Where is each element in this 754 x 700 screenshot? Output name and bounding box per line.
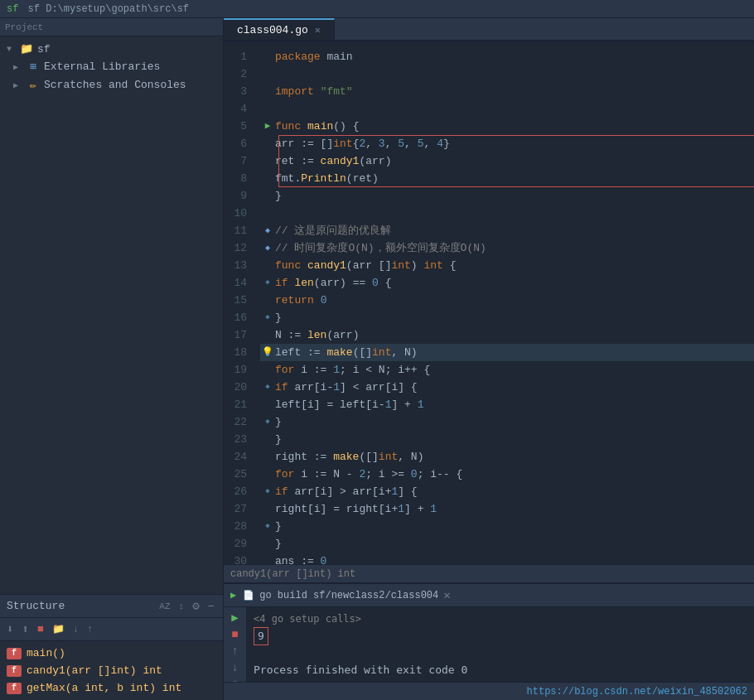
code-line-30: ans := 0 <box>260 553 754 564</box>
folder-view-btn[interactable]: 📁 <box>51 623 66 635</box>
code-line-1: package main <box>260 48 754 65</box>
project-path: sf sf D:\mysetup\gopath\src\sf <box>7 3 189 15</box>
code-line-4 <box>260 100 754 118</box>
function-icon: f <box>7 683 22 694</box>
code-line-17: N := len(arr) <box>260 326 754 344</box>
arrow-icon: ▼ <box>7 45 17 54</box>
code-line-8: fmt.Println(ret) <box>260 170 754 187</box>
close-btn[interactable]: − <box>206 600 216 613</box>
run-tab-close-btn[interactable]: ✕ <box>443 588 450 602</box>
structure-panel: Structure AZ ↕ ⚙ − ⬇ ⬆ ■ 📁 ↓ ↑ f <box>0 594 223 700</box>
structure-title: Structure <box>7 600 65 612</box>
main-layout: Project ▼ 📁 sf ▶ ⊞ External Libraries ▶ … <box>0 18 754 700</box>
sidebar-item-scratches[interactable]: ▶ ✏ Scratches and Consoles <box>0 75 223 94</box>
code-line-29: } <box>260 535 754 553</box>
code-line-2 <box>260 65 754 83</box>
run-output: <4 go setup calls> 9 Process finished wi… <box>247 607 754 682</box>
code-line-27: right[i] = right[i+1] + 1 <box>260 500 754 518</box>
code-line-10 <box>260 205 754 222</box>
code-line-21: left[i] = left[i-1] + 1 <box>260 396 754 413</box>
editor-hint-text: candy1(arr []int) int <box>230 568 355 580</box>
code-line-5: ▶ func main() { <box>260 118 754 135</box>
bottom-status: https://blog.csdn.net/weixin_48502062 <box>224 682 754 700</box>
struct-label-getmax: getMax(a int, b int) int <box>27 682 181 694</box>
struct-item-candy1[interactable]: f candy1(arr []int) int <box>0 662 223 679</box>
struct-label-candy1: candy1(arr []int) int <box>27 664 162 677</box>
code-line-24: right := make([]int, N) <box>260 448 754 466</box>
external-libraries-label: External Libraries <box>44 60 160 73</box>
run-content: ▶ ■ ↑ ↓ ⚙ <4 go setup calls> 9 Process f… <box>224 607 754 682</box>
code-line-25: for i := N - 2; i >= 0; i-- { <box>260 466 754 483</box>
line-numbers: 1 2 3 4 5 6 7 8 9 10 11 12 13 14 15 16 1… <box>224 41 254 564</box>
run-panel: ▶ 📄 go build sf/newclass2/class004 ✕ ▶ ■… <box>224 582 754 682</box>
sidebar-tree: ▼ 📁 sf ▶ ⊞ External Libraries ▶ ✏ Scratc… <box>0 36 223 594</box>
code-line-23: } <box>260 431 754 448</box>
code-line-15: return 0 <box>260 292 754 309</box>
code-line-3: import "fmt" <box>260 83 754 100</box>
arrow-icon: ▶ <box>13 62 23 72</box>
sidebar-item-sf[interactable]: ▼ 📁 sf <box>0 40 223 58</box>
expand-btn[interactable]: ↓ <box>71 624 80 635</box>
code-line-6: arr := []int{2, 3, 5, 5, 4} <box>260 135 754 152</box>
scratches-label: Scratches and Consoles <box>44 79 186 91</box>
struct-label-main: main() <box>27 647 65 659</box>
navigate-down-btn[interactable]: ⬇ <box>5 622 15 636</box>
run-output-cmd: <4 go setup calls> <box>254 611 747 627</box>
code-line-28: ◆ } <box>260 518 754 535</box>
structure-header: Structure AZ ↕ ⚙ − <box>0 595 223 618</box>
arrow-icon: ▶ <box>13 80 23 90</box>
code-line-22: ◆ } <box>260 413 754 431</box>
library-icon: ⊞ <box>26 60 41 73</box>
filter-btn[interactable]: ■ <box>36 623 46 635</box>
sidebar-root-label: sf <box>37 43 51 56</box>
sort-inherited-btn[interactable]: ↕ <box>177 601 186 611</box>
collapse-btn[interactable]: ↑ <box>85 624 94 635</box>
run-tab-label: go build sf/newclass2/class004 <box>259 590 438 601</box>
run-tab-file-icon: 📄 <box>243 590 254 601</box>
editor-tab-class004[interactable]: class004.go ✕ <box>224 18 335 40</box>
folder-icon: 📁 <box>19 42 34 56</box>
code-line-18: 💡 left := make([]int, N) <box>260 344 754 361</box>
sidebar-header: Project <box>0 18 223 36</box>
code-line-13: func candy1(arr []int) int { <box>260 257 754 274</box>
run-stop-btn[interactable]: ■ <box>227 628 244 641</box>
settings-btn[interactable]: ⚙ <box>191 599 201 613</box>
code-container[interactable]: 1 2 3 4 5 6 7 8 9 10 11 12 13 14 15 16 1… <box>224 41 754 564</box>
struct-item-getmax[interactable]: f getMax(a int, b int) int <box>0 679 223 697</box>
run-scroll-up-btn[interactable]: ↑ <box>227 644 244 658</box>
sidebar-item-external-libraries[interactable]: ▶ ⊞ External Libraries <box>0 58 223 75</box>
run-output-number: 9 <box>254 627 747 645</box>
code-line-26: ◆ if arr[i] > arr[i+1] { <box>260 483 754 500</box>
code-line-9: } <box>260 187 754 205</box>
structure-toolbar: AZ ↕ ⚙ − <box>157 599 216 613</box>
code-line-14: ◆ if len(arr) == 0 { <box>260 274 754 292</box>
code-line-12: ◆ // 时间复杂度O(N)，额外空间复杂度O(N) <box>260 239 754 257</box>
code-line-7: ret := candy1(arr) <box>260 152 754 170</box>
sort-az-btn[interactable]: AZ <box>157 601 172 611</box>
code-line-20: ◆ if arr[i-1] < arr[i] { <box>260 379 754 396</box>
editor-area: class004.go ✕ 1 2 3 4 5 6 7 8 9 10 11 12… <box>224 18 754 700</box>
editor-hint-bar: candy1(arr []int) int <box>224 564 754 582</box>
navigate-up-btn[interactable]: ⬆ <box>20 622 30 636</box>
code-line-11: ◆ // 这是原问题的优良解 <box>260 222 754 239</box>
code-line-19: for i := 1; i < N; i++ { <box>260 361 754 379</box>
status-link[interactable]: https://blog.csdn.net/weixin_48502062 <box>527 686 747 698</box>
structure-items: f main() f candy1(arr []int) int f getMa… <box>0 641 223 700</box>
run-gutter-icon[interactable]: ▶ <box>260 118 275 135</box>
run-play-btn[interactable]: ▶ <box>227 611 244 625</box>
editor-tab-bar: class004.go ✕ <box>224 18 754 41</box>
code-line-16: ◆ } <box>260 309 754 326</box>
bulb-icon[interactable]: 💡 <box>260 344 275 361</box>
function-icon: f <box>7 648 22 659</box>
top-bar: sf sf D:\mysetup\gopath\src\sf <box>0 0 754 18</box>
struct-item-main[interactable]: f main() <box>0 644 223 662</box>
function-icon: f <box>7 665 22 677</box>
run-icon: ▶ <box>230 589 236 601</box>
code-lines[interactable]: package main import "fmt" ▶ f <box>254 41 754 564</box>
tab-close-btn[interactable]: ✕ <box>315 24 321 36</box>
run-output-exit: Process finished with exit code 0 <box>254 662 747 678</box>
run-tab[interactable]: 📄 go build sf/newclass2/class004 ✕ <box>243 588 450 602</box>
run-tab-bar: ▶ 📄 go build sf/newclass2/class004 ✕ <box>224 584 754 607</box>
run-sidebar: ▶ ■ ↑ ↓ ⚙ <box>224 607 247 682</box>
run-scroll-down-btn[interactable]: ↓ <box>227 661 244 674</box>
